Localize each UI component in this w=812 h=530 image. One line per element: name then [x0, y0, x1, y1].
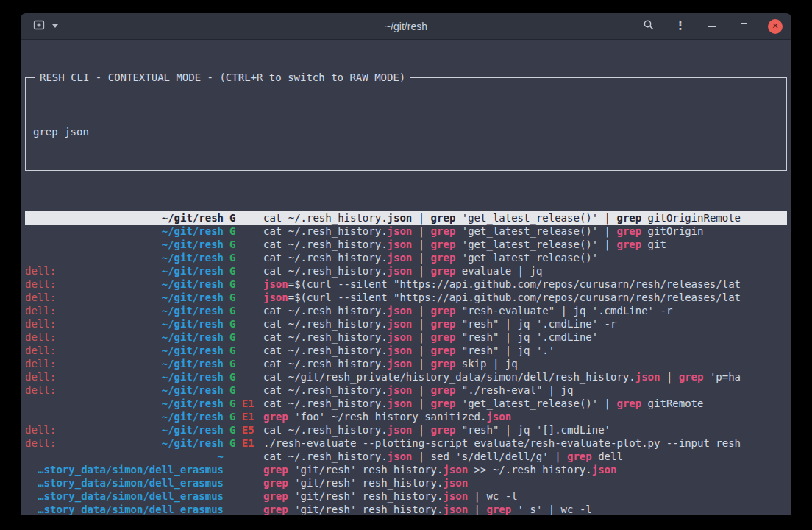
command-text: cat ~/.resh_history.json | sed 's/dell/d…: [263, 450, 787, 463]
history-row[interactable]: dell:~/git/reshGcat ~/.resh_history.json…: [25, 344, 787, 357]
history-row[interactable]: …story_data/simon/dell_erasmusgrep 'git/…: [25, 490, 787, 503]
status-flags: G: [224, 225, 263, 238]
status-flags: G: [224, 211, 263, 225]
command-text: grep 'git/resh' resh_history.json >> ~/.…: [263, 463, 787, 476]
directory-label: ~/git/resh: [162, 304, 224, 317]
history-row[interactable]: dell:~/git/reshGcat ~/.resh_history.json…: [25, 357, 787, 370]
history-row[interactable]: dell:~/git/reshGcat ~/git/resh_private/h…: [25, 370, 787, 384]
search-icon: [643, 19, 655, 34]
directory-label: ~/git/resh: [162, 397, 224, 410]
history-row[interactable]: dell:~/git/reshGcat ~/.resh_history.json…: [25, 317, 787, 331]
titlebar[interactable]: ~/git/resh ⋮ ✕: [21, 13, 791, 40]
status-flags: [224, 490, 263, 503]
directory-label: ~/git/resh: [162, 317, 224, 331]
command-text: cat ~/.resh_history.json | grep "resh" |…: [263, 423, 787, 437]
status-flags: [224, 450, 263, 463]
command-text: cat ~/.resh_history.json | grep skip | j…: [263, 357, 787, 370]
command-text: json=$(curl --silent "https://api.github…: [263, 278, 787, 291]
host-label: dell:: [25, 423, 56, 437]
command-text: cat ~/git/resh_private/history_data/simo…: [263, 370, 787, 384]
directory-label: ~/git/resh: [162, 344, 224, 357]
status-flags: [224, 476, 263, 490]
status-flags: G: [224, 344, 263, 357]
history-list[interactable]: ~/git/reshGcat ~/.resh_history.json | gr…: [25, 211, 787, 515]
command-text: grep 'git/resh' resh_history.json: [263, 476, 787, 490]
history-row[interactable]: dell:~/git/reshGcat ~/.resh_history.json…: [25, 264, 787, 278]
history-row[interactable]: dell:~/git/reshG E5cat ~/.resh_history.j…: [25, 423, 787, 437]
history-row[interactable]: dell:~/git/reshGcat ~/.resh_history.json…: [25, 384, 787, 397]
command-text: grep 'git/resh' resh_history.json | wc -…: [263, 490, 787, 503]
new-terminal-button[interactable]: [31, 18, 47, 35]
directory-label: …story_data/simon/dell_erasmus: [38, 463, 224, 476]
directory-label: ~/git/resh: [162, 437, 224, 450]
restore-icon: [741, 23, 747, 29]
history-row[interactable]: dell:~/git/reshG E1./resh-evaluate --plo…: [25, 437, 787, 450]
status-flags: G: [224, 384, 263, 397]
host-label: dell:: [25, 317, 56, 331]
search-button[interactable]: [641, 19, 656, 34]
directory-label: …story_data/simon/dell_erasmus: [38, 503, 224, 515]
titlebar-left-controls: [31, 13, 58, 39]
status-flags: G: [224, 304, 263, 317]
command-text: cat ~/.resh_history.json | grep 'get_lat…: [263, 397, 787, 410]
history-row[interactable]: dell:~/git/reshGcat ~/.resh_history.json…: [25, 331, 787, 344]
status-flags: G: [224, 331, 263, 344]
resh-mode-title: RESH CLI - CONTEXTUAL MODE - (CTRL+R to …: [35, 71, 410, 84]
directory-label: ~/git/resh: [162, 251, 224, 264]
command-text: cat ~/.resh_history.json | grep "resh" |…: [263, 317, 787, 331]
history-row[interactable]: ~/git/reshGcat ~/.resh_history.json | gr…: [25, 251, 787, 264]
command-text: cat ~/.resh_history.json | grep 'get_lat…: [263, 238, 787, 251]
status-flags: G: [224, 264, 263, 278]
menu-button[interactable]: ⋮: [673, 19, 688, 34]
status-flags: G: [224, 278, 263, 291]
close-icon: ✕: [772, 22, 778, 30]
directory-label: ~/git/resh: [162, 370, 224, 384]
history-row[interactable]: ~/git/reshGcat ~/.resh_history.json | gr…: [25, 225, 787, 238]
host-label: dell:: [25, 264, 56, 278]
directory-label: …story_data/simon/dell_erasmus: [38, 490, 224, 503]
directory-label: ~/git/resh: [162, 331, 224, 344]
history-row[interactable]: …story_data/simon/dell_erasmusgrep 'git/…: [25, 503, 787, 515]
command-text: json=$(curl --silent "https://api.github…: [263, 291, 787, 304]
host-label: dell:: [25, 357, 56, 370]
command-text: cat ~/.resh_history.json | grep evaluate…: [263, 264, 787, 278]
resh-header-box: RESH CLI - CONTEXTUAL MODE - (CTRL+R to …: [25, 77, 787, 171]
status-flags: G: [224, 357, 263, 370]
search-query-input[interactable]: grep json: [33, 125, 779, 138]
history-row[interactable]: …story_data/simon/dell_erasmusgrep 'git/…: [25, 476, 787, 490]
history-row[interactable]: ~/git/reshG E1cat ~/.resh_history.json |…: [25, 397, 787, 410]
dropdown-caret-icon[interactable]: [52, 24, 58, 28]
history-row[interactable]: dell:~/git/reshGjson=$(curl --silent "ht…: [25, 278, 787, 291]
history-row[interactable]: dell:~/git/reshGjson=$(curl --silent "ht…: [25, 291, 787, 304]
command-text: cat ~/.resh_history.json | grep "resh" |…: [263, 331, 787, 344]
history-row[interactable]: dell:~/git/reshGcat ~/.resh_history.json…: [25, 304, 787, 317]
terminal-content[interactable]: RESH CLI - CONTEXTUAL MODE - (CTRL+R to …: [21, 40, 791, 515]
titlebar-right-controls: ⋮ ✕: [641, 13, 783, 39]
history-row[interactable]: ~/git/reshG E1grep 'foo' ~/resh_history_…: [25, 410, 787, 423]
directory-label: ~/git/resh: [162, 410, 224, 423]
status-flags: G E5: [224, 423, 263, 437]
command-text: cat ~/.resh_history.json | grep 'get_lat…: [263, 211, 787, 225]
command-text: cat ~/.resh_history.json | grep "resh" |…: [263, 344, 787, 357]
status-flags: [224, 503, 263, 515]
minimize-button[interactable]: [705, 19, 719, 34]
directory-label: ~/git/resh: [162, 264, 224, 278]
close-button[interactable]: ✕: [768, 19, 783, 34]
command-text: cat ~/.resh_history.json | grep 'get_lat…: [263, 251, 787, 264]
minimize-icon: [708, 26, 716, 27]
history-row[interactable]: …story_data/simon/dell_erasmusgrep 'git/…: [25, 463, 787, 476]
command-text: cat ~/.resh_history.json | grep "./resh-…: [263, 384, 787, 397]
status-flags: [224, 463, 263, 476]
history-row[interactable]: ~/git/reshGcat ~/.resh_history.json | gr…: [25, 211, 787, 225]
restore-button[interactable]: [736, 19, 751, 34]
status-flags: G: [224, 291, 263, 304]
directory-label: ~/git/resh: [162, 211, 224, 225]
status-flags: G: [224, 238, 263, 251]
host-label: dell:: [25, 344, 56, 357]
history-row[interactable]: ~/git/reshGcat ~/.resh_history.json | gr…: [25, 238, 787, 251]
history-row[interactable]: ~cat ~/.resh_history.json | sed 's/dell/…: [25, 450, 787, 463]
status-flags: G: [224, 251, 263, 264]
directory-label: ~/git/resh: [162, 384, 224, 397]
command-text: grep 'foo' ~/resh_history_sanitized.json: [263, 410, 787, 423]
status-flags: G: [224, 317, 263, 331]
